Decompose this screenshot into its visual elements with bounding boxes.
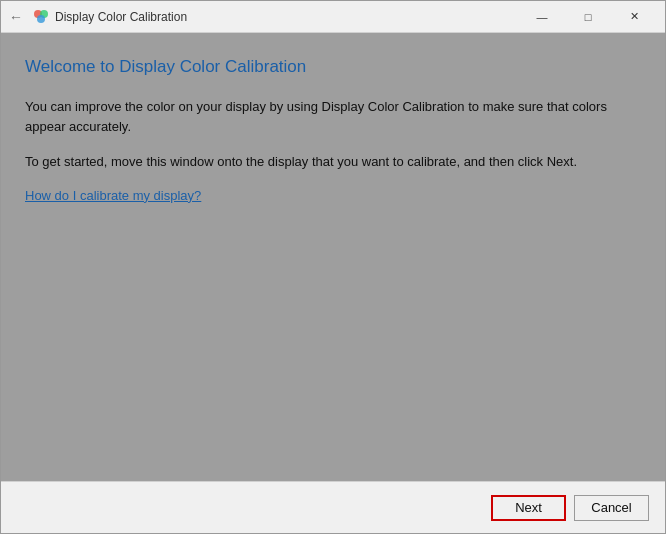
description-paragraph2: To get started, move this window onto th… [25, 152, 641, 172]
next-button[interactable]: Next [491, 495, 566, 521]
close-button[interactable]: ✕ [611, 1, 657, 33]
title-bar: ← Display Color Calibration — □ ✕ [1, 1, 665, 33]
maximize-button[interactable]: □ [565, 1, 611, 33]
help-link[interactable]: How do I calibrate my display? [25, 188, 641, 203]
description-paragraph1: You can improve the color on your displa… [25, 97, 641, 136]
content-area: Welcome to Display Color Calibration You… [1, 33, 665, 481]
cancel-button[interactable]: Cancel [574, 495, 649, 521]
page-heading: Welcome to Display Color Calibration [25, 57, 641, 77]
window-title: Display Color Calibration [55, 10, 187, 24]
footer: Next Cancel [1, 481, 665, 533]
back-button[interactable]: ← [9, 9, 23, 25]
main-window: ← Display Color Calibration — □ ✕ Welcom… [0, 0, 666, 534]
minimize-button[interactable]: — [519, 1, 565, 33]
svg-point-2 [37, 15, 45, 23]
window-controls: — □ ✕ [519, 1, 657, 33]
title-bar-left: ← Display Color Calibration [9, 9, 187, 25]
app-icon [33, 9, 49, 25]
